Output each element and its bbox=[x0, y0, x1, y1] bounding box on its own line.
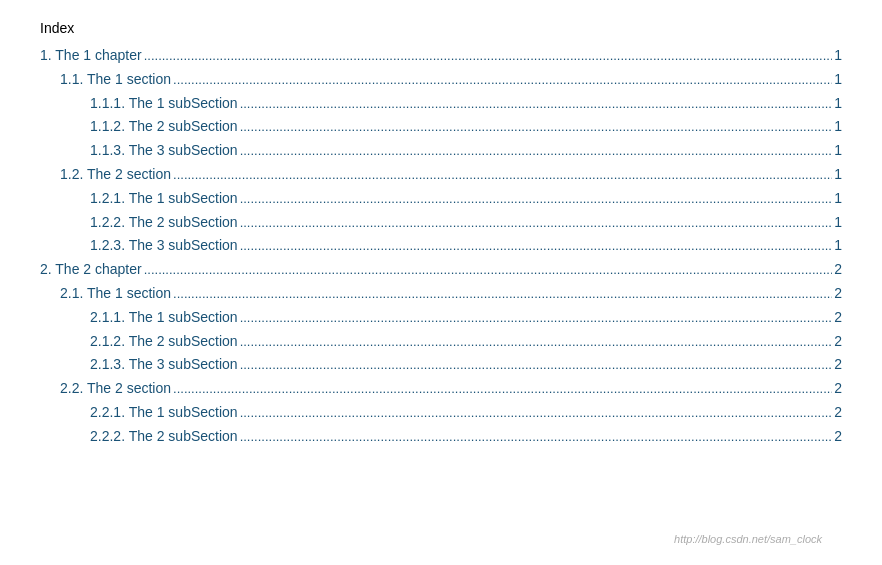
toc-dots bbox=[240, 211, 833, 235]
toc-label: 2.1.1. The 1 subSection bbox=[90, 306, 238, 330]
toc-entry[interactable]: 1.2.2. The 2 subSection1 bbox=[40, 211, 842, 235]
toc-entry[interactable]: 1.1.3. The 3 subSection1 bbox=[40, 139, 842, 163]
toc-page: 1 bbox=[834, 163, 842, 187]
toc-label: 1.1.2. The 2 subSection bbox=[90, 115, 238, 139]
toc-dots bbox=[240, 92, 833, 116]
toc-dots bbox=[144, 44, 833, 68]
toc-label: 2.2. The 2 section bbox=[60, 377, 171, 401]
toc-dots bbox=[240, 401, 833, 425]
toc-page: 2 bbox=[834, 377, 842, 401]
toc-page: 1 bbox=[834, 92, 842, 116]
toc-dots bbox=[240, 139, 833, 163]
toc-dots bbox=[173, 68, 832, 92]
toc-page: 1 bbox=[834, 234, 842, 258]
toc-label: 1. The 1 chapter bbox=[40, 44, 142, 68]
toc-entry[interactable]: 1.1.1. The 1 subSection1 bbox=[40, 92, 842, 116]
toc-entry[interactable]: 2.2.1. The 1 subSection2 bbox=[40, 401, 842, 425]
toc-page: 1 bbox=[834, 68, 842, 92]
toc-dots bbox=[173, 163, 832, 187]
toc-dots bbox=[240, 234, 833, 258]
index-title: Index bbox=[40, 20, 842, 36]
toc-page: 2 bbox=[834, 258, 842, 282]
toc-entry[interactable]: 1.1. The 1 section1 bbox=[40, 68, 842, 92]
toc-page: 2 bbox=[834, 330, 842, 354]
toc-entry[interactable]: 2.2.2. The 2 subSection2 bbox=[40, 425, 842, 449]
toc-page: 1 bbox=[834, 115, 842, 139]
toc-entry[interactable]: 1. The 1 chapter1 bbox=[40, 44, 842, 68]
toc-dots bbox=[173, 282, 832, 306]
toc-label: 1.2.1. The 1 subSection bbox=[90, 187, 238, 211]
toc-label: 2.2.1. The 1 subSection bbox=[90, 401, 238, 425]
toc-dots bbox=[240, 187, 833, 211]
toc-entry[interactable]: 2.1.2. The 2 subSection2 bbox=[40, 330, 842, 354]
toc-label: 1.2. The 2 section bbox=[60, 163, 171, 187]
toc-dots bbox=[240, 353, 833, 377]
toc-page: 1 bbox=[834, 139, 842, 163]
toc-page: 2 bbox=[834, 353, 842, 377]
toc-container: 1. The 1 chapter11.1. The 1 section11.1.… bbox=[40, 44, 842, 449]
toc-dots bbox=[240, 306, 833, 330]
toc-label: 2.1.3. The 3 subSection bbox=[90, 353, 238, 377]
toc-label: 1.2.2. The 2 subSection bbox=[90, 211, 238, 235]
toc-entry[interactable]: 2. The 2 chapter2 bbox=[40, 258, 842, 282]
toc-entry[interactable]: 1.2.3. The 3 subSection1 bbox=[40, 234, 842, 258]
toc-dots bbox=[173, 377, 832, 401]
toc-entry[interactable]: 1.2.1. The 1 subSection1 bbox=[40, 187, 842, 211]
toc-label: 2.1.2. The 2 subSection bbox=[90, 330, 238, 354]
toc-label: 1.1.1. The 1 subSection bbox=[90, 92, 238, 116]
toc-entry[interactable]: 2.1.3. The 3 subSection2 bbox=[40, 353, 842, 377]
toc-entry[interactable]: 2.1.1. The 1 subSection2 bbox=[40, 306, 842, 330]
toc-entry[interactable]: 1.1.2. The 2 subSection1 bbox=[40, 115, 842, 139]
toc-page: 2 bbox=[834, 306, 842, 330]
toc-label: 2.1. The 1 section bbox=[60, 282, 171, 306]
toc-label: 1.2.3. The 3 subSection bbox=[90, 234, 238, 258]
toc-page: 2 bbox=[834, 282, 842, 306]
toc-page: 1 bbox=[834, 44, 842, 68]
toc-label: 2.2.2. The 2 subSection bbox=[90, 425, 238, 449]
toc-page: 1 bbox=[834, 211, 842, 235]
toc-dots bbox=[240, 425, 833, 449]
toc-label: 1.1. The 1 section bbox=[60, 68, 171, 92]
toc-label: 2. The 2 chapter bbox=[40, 258, 142, 282]
toc-entry[interactable]: 2.1. The 1 section2 bbox=[40, 282, 842, 306]
toc-page: 1 bbox=[834, 187, 842, 211]
toc-entry[interactable]: 1.2. The 2 section1 bbox=[40, 163, 842, 187]
toc-entry[interactable]: 2.2. The 2 section2 bbox=[40, 377, 842, 401]
toc-page: 2 bbox=[834, 425, 842, 449]
toc-dots bbox=[240, 330, 833, 354]
toc-page: 2 bbox=[834, 401, 842, 425]
toc-dots bbox=[144, 258, 833, 282]
toc-dots bbox=[240, 115, 833, 139]
toc-label: 1.1.3. The 3 subSection bbox=[90, 139, 238, 163]
